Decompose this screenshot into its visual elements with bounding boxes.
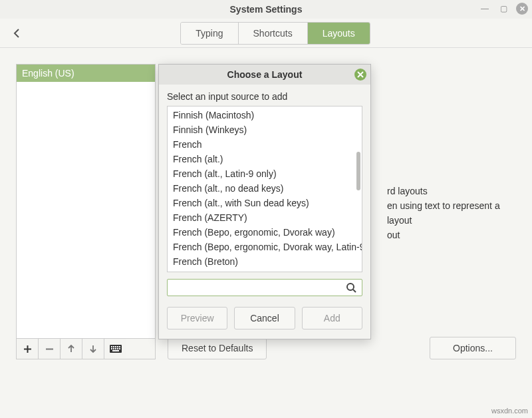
search-icon bbox=[346, 282, 356, 293]
svg-point-12 bbox=[347, 284, 354, 290]
keyboard-icon bbox=[110, 345, 122, 353]
window-controls: — ▢ ✕ bbox=[479, 3, 528, 15]
list-item[interactable]: French bbox=[172, 137, 358, 152]
preview-button[interactable]: Preview bbox=[167, 307, 227, 329]
svg-rect-5 bbox=[119, 346, 120, 347]
svg-rect-6 bbox=[111, 348, 112, 349]
minimize-icon[interactable]: — bbox=[479, 3, 491, 15]
svg-rect-11 bbox=[112, 350, 119, 351]
layout-list[interactable]: English (US) bbox=[16, 64, 156, 339]
svg-rect-7 bbox=[113, 348, 114, 349]
layout-toolbar bbox=[16, 339, 156, 359]
dialog-close-button[interactable] bbox=[354, 69, 366, 81]
plus-icon bbox=[23, 344, 33, 354]
hint-line-3: out bbox=[387, 228, 516, 242]
add-button[interactable]: Add bbox=[302, 307, 362, 329]
list-item[interactable]: French (Bepo, ergonomic, Dvorak way) bbox=[172, 225, 358, 240]
tabs: Typing Shortcuts Layouts bbox=[180, 22, 370, 45]
hint-line-1: rd layouts bbox=[387, 184, 516, 198]
dialog-label: Select an input source to add bbox=[167, 91, 362, 102]
list-item[interactable]: French (AZERTY) bbox=[172, 210, 358, 225]
background-hints: rd layouts en using text to represent a … bbox=[387, 184, 516, 242]
show-keyboard-button[interactable] bbox=[104, 339, 126, 359]
svg-rect-9 bbox=[117, 348, 118, 349]
header: Typing Shortcuts Layouts bbox=[0, 19, 532, 48]
choose-layout-dialog: Choose a Layout Select an input source t… bbox=[158, 64, 371, 339]
left-column: English (US) bbox=[16, 64, 156, 359]
arrow-left-icon bbox=[12, 28, 23, 39]
list-item[interactable]: French (Bepo, ergonomic, Dvorak way, Lat… bbox=[172, 240, 358, 254]
search-input[interactable] bbox=[173, 282, 346, 293]
move-up-button[interactable] bbox=[61, 339, 82, 359]
svg-rect-2 bbox=[113, 346, 114, 347]
search-row[interactable] bbox=[167, 279, 362, 296]
back-button[interactable] bbox=[8, 24, 27, 43]
list-item[interactable]: French (alt., no dead keys) bbox=[172, 181, 358, 196]
close-icon[interactable]: ✕ bbox=[516, 3, 528, 15]
svg-rect-1 bbox=[111, 346, 112, 347]
cancel-button[interactable]: Cancel bbox=[234, 307, 295, 329]
hint-line-2: en using text to represent a layout bbox=[387, 198, 516, 228]
footer-row: Reset to Defaults Options... bbox=[168, 337, 516, 359]
window-title: System Settings bbox=[230, 4, 303, 15]
watermark: wsxdn.com bbox=[491, 407, 528, 415]
list-item[interactable]: French (Breton) bbox=[172, 254, 358, 269]
titlebar: System Settings — ▢ ✕ bbox=[0, 0, 532, 19]
maximize-icon[interactable]: ▢ bbox=[497, 3, 509, 15]
add-layout-button[interactable] bbox=[17, 339, 39, 359]
svg-rect-8 bbox=[115, 348, 116, 349]
dialog-buttons: Preview Cancel Add bbox=[167, 307, 362, 329]
svg-rect-10 bbox=[119, 348, 120, 349]
svg-rect-3 bbox=[115, 346, 116, 347]
move-down-button[interactable] bbox=[82, 339, 104, 359]
minus-icon bbox=[45, 344, 55, 354]
list-item[interactable]: French (alt., with Sun dead keys) bbox=[172, 196, 358, 210]
close-icon bbox=[357, 71, 364, 78]
list-item[interactable]: Finnish (Macintosh) bbox=[172, 108, 358, 122]
options-button[interactable]: Options... bbox=[430, 337, 516, 359]
tab-shortcuts[interactable]: Shortcuts bbox=[239, 23, 308, 44]
reset-defaults-button[interactable]: Reset to Defaults bbox=[168, 337, 267, 359]
arrow-up-icon bbox=[66, 344, 76, 353]
svg-rect-4 bbox=[117, 346, 118, 347]
dialog-header: Choose a Layout bbox=[159, 65, 370, 85]
scrollbar-thumb[interactable] bbox=[356, 152, 360, 190]
tab-typing[interactable]: Typing bbox=[181, 23, 238, 44]
dialog-title: Choose a Layout bbox=[227, 69, 303, 80]
list-item[interactable]: French (alt.) bbox=[172, 152, 358, 166]
source-list-inner: Finnish (Macintosh) Finnish (Winkeys) Fr… bbox=[168, 106, 362, 270]
list-item[interactable]: Finnish (Winkeys) bbox=[172, 122, 358, 137]
dialog-body: Select an input source to add Finnish (M… bbox=[159, 85, 370, 339]
remove-layout-button[interactable] bbox=[39, 339, 61, 359]
input-source-list[interactable]: Finnish (Macintosh) Finnish (Winkeys) Fr… bbox=[167, 106, 362, 272]
tab-layouts[interactable]: Layouts bbox=[308, 23, 370, 44]
layout-item-selected[interactable]: English (US) bbox=[17, 65, 155, 82]
list-item[interactable]: French (alt., Latin-9 only) bbox=[172, 166, 358, 181]
arrow-down-icon bbox=[88, 344, 98, 353]
